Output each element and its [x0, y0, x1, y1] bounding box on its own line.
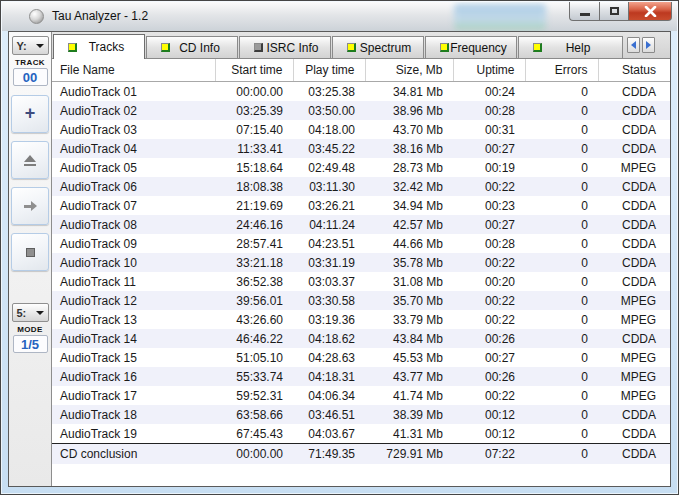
tab-spectrum[interactable]: Spectrum	[332, 36, 424, 58]
table-row[interactable]: AudioTrack 1343:26.6003:19.3633.79 Mb00:…	[52, 310, 670, 329]
table-cell: 03:50.00	[293, 101, 365, 120]
table-row[interactable]: AudioTrack 1551:05.1004:28.6345.53 Mb00:…	[52, 348, 670, 367]
table-cell: AudioTrack 02	[52, 101, 215, 120]
table-cell: 0	[525, 196, 598, 215]
client-area: Y: TRACK 00 + 5: MODE 1/5 TracksCD InfoI…	[8, 31, 671, 487]
table-cell: 0	[525, 177, 598, 196]
table-cell: 00:22	[453, 310, 525, 329]
table-row[interactable]: AudioTrack 1239:56.0103:30.5835.70 Mb00:…	[52, 291, 670, 310]
tab-help[interactable]: Help	[518, 36, 623, 58]
table-cell: 33.79 Mb	[365, 310, 453, 329]
table-cell: 36:52.38	[215, 272, 293, 291]
table-cell: 04:18.62	[293, 329, 365, 348]
table-row[interactable]: AudioTrack 1967:45.4304:03.6741.31 Mb00:…	[52, 424, 670, 444]
table-row[interactable]: AudioTrack 0100:00.0003:25.3834.81 Mb00:…	[52, 82, 670, 102]
table-cell: 03:03.37	[293, 272, 365, 291]
table-cell: 43.84 Mb	[365, 329, 453, 348]
tab-isrc-info[interactable]: ISRC Info	[239, 36, 331, 58]
table-cell: 38.16 Mb	[365, 139, 453, 158]
maximize-button[interactable]	[599, 2, 628, 21]
tab-cd-info[interactable]: CD Info	[146, 36, 238, 58]
table-cell: 71:49.35	[293, 444, 365, 465]
table-row[interactable]: AudioTrack 0824:46.1604:11.2442.57 Mb00:…	[52, 215, 670, 234]
aero-glass-reflection	[454, 4, 546, 30]
tab-tracks[interactable]: Tracks	[53, 34, 145, 59]
table-cell: 04:23.51	[293, 234, 365, 253]
table-cell: MPEG	[598, 158, 670, 177]
table-row[interactable]: AudioTrack 1863:58.6603:46.5138.39 Mb00:…	[52, 405, 670, 424]
table-cell: 00:12	[453, 424, 525, 444]
column-header-size-mb[interactable]: Size, Mb	[365, 59, 453, 82]
table-cell: 04:28.63	[293, 348, 365, 367]
stop-icon	[26, 248, 35, 257]
next-button[interactable]	[11, 187, 49, 225]
table-cell: 04:03.67	[293, 424, 365, 444]
tab-label: Spectrum	[356, 41, 423, 55]
table-row[interactable]: AudioTrack 1136:52.3803:03.3731.08 Mb00:…	[52, 272, 670, 291]
table-row[interactable]: AudioTrack 0928:57.4104:23.5144.66 Mb00:…	[52, 234, 670, 253]
table-cell: 39:56.01	[215, 291, 293, 310]
column-header-start-time[interactable]: Start time	[215, 59, 293, 82]
table-cell: 0	[525, 234, 598, 253]
stop-button[interactable]	[11, 233, 49, 271]
tab-led-icon	[347, 43, 356, 52]
app-sphere-icon[interactable]	[29, 9, 44, 24]
table-cell: 38.39 Mb	[365, 405, 453, 424]
title-bar[interactable]: Tau Analyzer - 1.2	[2, 2, 677, 31]
column-header-uptime[interactable]: Uptime	[453, 59, 525, 82]
table-cell: CDDA	[598, 253, 670, 272]
table-row[interactable]: AudioTrack 0307:15.4004:18.0043.70 Mb00:…	[52, 120, 670, 139]
table-cell: AudioTrack 04	[52, 139, 215, 158]
table-cell: 32.42 Mb	[365, 177, 453, 196]
drive-select-dropdown[interactable]: Y:	[12, 36, 49, 55]
table-cell: 00:31	[453, 120, 525, 139]
table-row[interactable]: AudioTrack 0618:08.3803:11.3032.42 Mb00:…	[52, 177, 670, 196]
table-cell: 729.91 Mb	[365, 444, 453, 465]
table-cell: 51:05.10	[215, 348, 293, 367]
table-cell: 34.94 Mb	[365, 196, 453, 215]
table-cell: 35.70 Mb	[365, 291, 453, 310]
tracks-table: File NameStart timePlay timeSize, MbUpti…	[52, 59, 670, 464]
table-cell: 00:26	[453, 367, 525, 386]
column-header-play-time[interactable]: Play time	[293, 59, 365, 82]
table-cell: 63:58.66	[215, 405, 293, 424]
cd-conclusion-row[interactable]: CD conclusion00:00.0071:49.35729.91 Mb07…	[52, 444, 670, 465]
table-row[interactable]: AudioTrack 1033:21.1803:31.1935.78 Mb00:…	[52, 253, 670, 272]
table-cell: 03:46.51	[293, 405, 365, 424]
column-header-file-name[interactable]: File Name	[52, 59, 215, 82]
table-cell: 41.74 Mb	[365, 386, 453, 405]
tab-frequency[interactable]: Frequency	[425, 36, 517, 58]
column-header-errors[interactable]: Errors	[525, 59, 598, 82]
column-header-status[interactable]: Status	[598, 59, 670, 82]
tab-scroll-right-button[interactable]	[642, 37, 655, 53]
arrow-left-icon	[631, 41, 636, 49]
table-row[interactable]: AudioTrack 1655:33.7404:18.3143.77 Mb00:…	[52, 367, 670, 386]
add-button[interactable]: +	[11, 95, 49, 133]
table-row[interactable]: AudioTrack 1446:46.2204:18.6243.84 Mb00:…	[52, 329, 670, 348]
close-button[interactable]	[628, 2, 672, 21]
mode-select-dropdown[interactable]: 5:	[12, 303, 49, 322]
tab-led-icon	[533, 43, 542, 52]
tab-label: ISRC Info	[263, 41, 330, 55]
table-cell: 04:18.00	[293, 120, 365, 139]
table-cell: 00:20	[453, 272, 525, 291]
table-cell: 67:45.43	[215, 424, 293, 444]
table-cell: AudioTrack 18	[52, 405, 215, 424]
table-row[interactable]: AudioTrack 0721:19.6903:26.2134.94 Mb00:…	[52, 196, 670, 215]
table-cell: 44.66 Mb	[365, 234, 453, 253]
tab-strip: TracksCD InfoISRC InfoSpectrumFrequencyH…	[52, 32, 670, 59]
table-row[interactable]: AudioTrack 0411:33.4103:45.2238.16 Mb00:…	[52, 139, 670, 158]
table-row[interactable]: AudioTrack 0515:18.6402:49.4828.73 Mb00:…	[52, 158, 670, 177]
table-row[interactable]: AudioTrack 1759:52.3104:06.3441.74 Mb00:…	[52, 386, 670, 405]
table-cell: 00:00.00	[215, 82, 293, 102]
tab-scroll-left-button[interactable]	[627, 37, 640, 53]
table-cell: 03:31.19	[293, 253, 365, 272]
minimize-button[interactable]	[569, 2, 599, 21]
table-cell: CDDA	[598, 101, 670, 120]
eject-button[interactable]	[11, 141, 49, 179]
table-cell: 0	[525, 101, 598, 120]
table-cell: CDDA	[598, 272, 670, 291]
table-cell: 03:30.58	[293, 291, 365, 310]
table-row[interactable]: AudioTrack 0203:25.3903:50.0038.96 Mb00:…	[52, 101, 670, 120]
table-cell: CD conclusion	[52, 444, 215, 465]
